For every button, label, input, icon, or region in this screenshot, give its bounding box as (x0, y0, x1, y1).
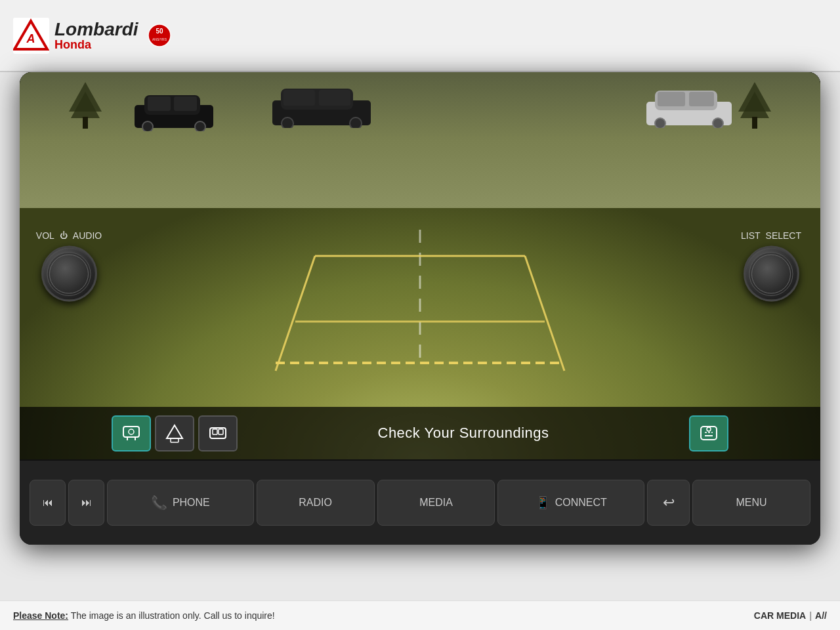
left-knob-area: VOL ⏻ AUDIO (33, 230, 105, 302)
dotted-line (276, 362, 564, 364)
top-bar: A Lombardi Honda 50 ANS/YRS (0, 0, 840, 72)
connect-icon: 📱 (536, 495, 550, 510)
back-icon: ↩ (663, 494, 675, 511)
phone-label: PHONE (173, 497, 210, 509)
footer-note: Please Note: The image is an illustratio… (13, 610, 275, 621)
car-right (643, 85, 735, 128)
anniversary-badge: 50 ANS/YRS (147, 23, 172, 48)
vol-label: VOL (36, 230, 54, 241)
menu-btn[interactable]: MENU (692, 480, 810, 526)
car-left (131, 89, 217, 131)
svg-rect-21 (319, 90, 350, 106)
radio-label: RADIO (299, 497, 332, 509)
svg-rect-35 (123, 427, 139, 437)
svg-rect-41 (219, 429, 223, 434)
svg-rect-15 (174, 96, 197, 111)
svg-line-32 (276, 256, 315, 371)
svg-point-36 (129, 429, 134, 434)
logo-lombardi: Lombardi (54, 20, 138, 39)
screen: VOL ⏻ AUDIO LIST SELECT (20, 72, 820, 459)
svg-text:A: A (26, 32, 35, 45)
footer-brand-name: CAR MEDIA (754, 610, 806, 621)
svg-point-29 (713, 118, 723, 128)
svg-rect-11 (752, 117, 757, 129)
select-label: SELECT (766, 230, 801, 241)
audio-label: AUDIO (73, 230, 102, 241)
svg-text:50: 50 (156, 28, 163, 35)
logo-text: Lombardi Honda (54, 20, 138, 51)
infotainment-unit: VOL ⏻ AUDIO LIST SELECT (20, 72, 820, 545)
guide-lines (262, 249, 578, 381)
svg-rect-27 (689, 92, 714, 106)
power-icon: ⏻ (60, 231, 68, 240)
logo-honda: Honda (54, 39, 138, 51)
logo-anniversary: 50 ANS/YRS (147, 23, 172, 48)
warning-btn[interactable] (689, 415, 728, 452)
svg-rect-20 (284, 90, 315, 106)
svg-rect-42 (701, 427, 717, 440)
footer-brand-suffix: A// (815, 610, 827, 621)
menu-label: MENU (736, 497, 766, 509)
vol-knob[interactable] (41, 246, 97, 302)
vol-audio-label: VOL ⏻ AUDIO (36, 230, 102, 241)
next-track-icon: ⏭ (81, 497, 92, 509)
footer-brand-divider: | (809, 610, 812, 621)
prev-track-icon: ⏮ (43, 497, 53, 509)
svg-rect-8 (83, 117, 88, 129)
footer: Please Note: The image is an illustratio… (0, 600, 840, 630)
media-label: MEDIA (419, 497, 453, 509)
connect-btn[interactable]: 📱 CONNECT (497, 480, 644, 526)
prev-track-btn[interactable]: ⏮ (30, 480, 66, 526)
rear-view-btn[interactable] (112, 415, 151, 452)
svg-point-43 (707, 427, 711, 431)
screen-controls: Check Your Surroundings (20, 407, 820, 459)
svg-point-22 (282, 117, 293, 128)
button-bar: ⏮ ⏭ 📞 PHONE RADIO MEDIA 📱 CONNECT ↩ (20, 459, 820, 545)
svg-rect-26 (658, 92, 685, 106)
footer-note-text: The image is an illustration only. Call … (71, 610, 275, 621)
phone-btn[interactable]: 📞 PHONE (107, 480, 254, 526)
list-label: LIST (741, 230, 761, 241)
check-surroundings: Check Your Surroundings (242, 425, 685, 442)
svg-line-33 (525, 256, 564, 371)
footer-note-label: Please Note: (13, 610, 68, 621)
logo-icon: A (13, 18, 49, 54)
logo-container: A Lombardi Honda 50 ANS/YRS (13, 18, 172, 54)
next-track-btn[interactable]: ⏭ (68, 480, 104, 526)
front-view-btn[interactable] (198, 415, 238, 452)
svg-point-17 (195, 121, 205, 131)
car-center (269, 82, 374, 128)
svg-point-16 (142, 121, 153, 131)
svg-marker-37 (167, 425, 182, 438)
tree-right (735, 79, 774, 134)
svg-rect-14 (148, 96, 171, 111)
back-btn[interactable]: ↩ (647, 480, 690, 526)
svg-point-28 (655, 118, 665, 128)
connect-label: CONNECT (555, 497, 607, 509)
media-btn[interactable]: MEDIA (377, 480, 495, 526)
footer-brand: CAR MEDIA | A// (754, 610, 827, 621)
svg-rect-40 (213, 429, 217, 434)
svg-text:ANS/YRS: ANS/YRS (152, 37, 167, 41)
list-select-labels: LIST SELECT (735, 230, 807, 241)
radio-btn[interactable]: RADIO (257, 480, 375, 526)
svg-point-23 (350, 117, 362, 128)
camera-view (20, 72, 820, 459)
right-knob-area: LIST SELECT (735, 230, 807, 302)
phone-icon: 📞 (151, 495, 167, 511)
select-knob[interactable] (744, 246, 799, 302)
tree-left (66, 79, 105, 134)
top-view-btn[interactable] (155, 415, 194, 452)
